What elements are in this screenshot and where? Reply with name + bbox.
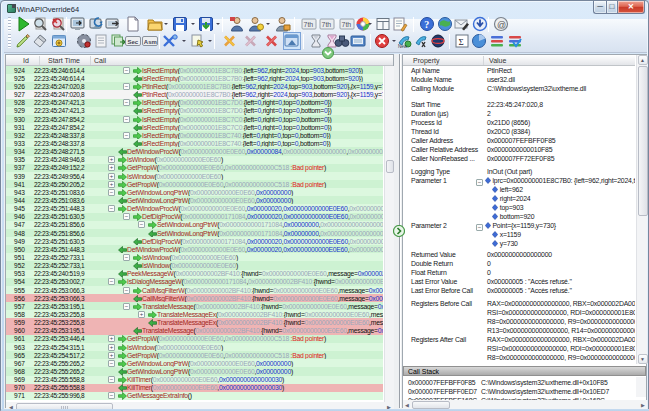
svg-text:New: New [398, 44, 408, 49]
svg-text:7th: 7th [342, 21, 352, 28]
svg-text:?: ? [424, 19, 429, 30]
svg-text:7th: 7th [304, 21, 314, 28]
svg-text:7th: 7th [322, 21, 332, 28]
svg-text:Σ: Σ [459, 37, 464, 47]
svg-text:@: @ [497, 20, 506, 30]
svg-text:Asm: Asm [144, 39, 157, 45]
svg-text:Sec: Sec [127, 39, 138, 45]
